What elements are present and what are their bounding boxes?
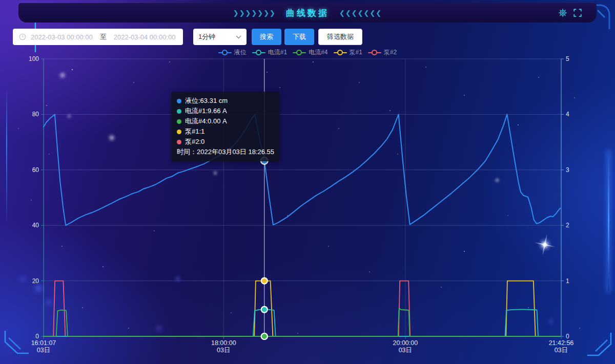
svg-text:2: 2 bbox=[566, 222, 569, 229]
svg-text:3: 3 bbox=[566, 166, 569, 174]
svg-text:20: 20 bbox=[32, 277, 39, 285]
tooltip-row: 泵#2:0 bbox=[177, 137, 274, 147]
legend-marker bbox=[334, 52, 347, 53]
chart-legend: 液位电流#1电流#4泵#1泵#2 bbox=[0, 48, 615, 57]
chart-grid bbox=[44, 59, 561, 336]
tooltip-row: 液位:63.31 cm bbox=[177, 96, 274, 106]
legend-marker-dot bbox=[372, 50, 377, 55]
legend-label: 液位 bbox=[234, 48, 247, 57]
tooltip-row: 电流#4:0.00 A bbox=[177, 116, 274, 126]
svg-text:03日: 03日 bbox=[555, 347, 568, 354]
legend-marker bbox=[252, 52, 265, 53]
tooltip-series-dot bbox=[177, 130, 181, 134]
pointer-dot-泵#1 bbox=[261, 278, 268, 284]
legend-item-pump2[interactable]: 泵#2 bbox=[368, 48, 397, 57]
series-电流#1 bbox=[44, 309, 560, 336]
tooltip-row: 泵#1:1 bbox=[177, 126, 274, 137]
series-泵#1 bbox=[44, 281, 560, 336]
svg-text:03日: 03日 bbox=[399, 347, 412, 354]
legend-item-pump1[interactable]: 泵#1 bbox=[334, 48, 362, 57]
legend-marker-dot bbox=[222, 50, 228, 55]
svg-text:20:00:00: 20:00:00 bbox=[393, 339, 418, 347]
tooltip-series-value: 电流#4:0.00 A bbox=[185, 117, 227, 126]
legend-marker-dot bbox=[256, 50, 261, 55]
tooltip-series-dot bbox=[177, 119, 181, 124]
tooltip-series-dot bbox=[177, 140, 181, 144]
legend-marker bbox=[368, 52, 381, 53]
tooltip-row: 电流#1:9.66 A bbox=[177, 106, 274, 116]
svg-text:16:01:07: 16:01:07 bbox=[31, 339, 56, 347]
legend-item-current1[interactable]: 电流#1 bbox=[252, 48, 287, 57]
legend-marker-dot bbox=[337, 50, 343, 55]
svg-text:03日: 03日 bbox=[37, 347, 50, 354]
legend-item-current4[interactable]: 电流#4 bbox=[293, 48, 327, 57]
svg-text:40: 40 bbox=[32, 222, 39, 229]
pointer-dot-电流#1 bbox=[261, 307, 268, 313]
svg-text:0: 0 bbox=[35, 333, 39, 340]
tooltip-series-dot bbox=[177, 109, 181, 114]
tooltip-time: 时间：2022年03月03日 18:26.55 bbox=[177, 147, 274, 157]
legend-marker bbox=[218, 52, 232, 53]
legend-label: 电流#4 bbox=[309, 48, 327, 57]
tooltip-series-dot bbox=[177, 99, 181, 103]
series-电流#4 bbox=[44, 308, 560, 336]
chart-tooltip: 液位:63.31 cm电流#1:9.66 A电流#4:0.00 A泵#1:1泵#… bbox=[171, 92, 280, 161]
chart-axes: 02040608010001234516:01:0703日18:00:0003日… bbox=[29, 55, 573, 354]
legend-item-level[interactable]: 液位 bbox=[218, 48, 247, 57]
tooltip-series-value: 泵#2:0 bbox=[185, 137, 204, 146]
legend-marker-dot bbox=[296, 50, 302, 55]
series-泵#2 bbox=[44, 281, 560, 336]
tooltip-series-value: 液位:63.31 cm bbox=[185, 96, 228, 105]
svg-text:21:42:56: 21:42:56 bbox=[549, 339, 574, 347]
tooltip-series-value: 泵#1:1 bbox=[185, 127, 204, 136]
tooltip-series-value: 电流#1:9.66 A bbox=[185, 106, 227, 116]
legend-marker bbox=[293, 52, 306, 53]
svg-text:80: 80 bbox=[32, 111, 39, 118]
svg-text:1: 1 bbox=[566, 277, 569, 285]
svg-text:18:00:00: 18:00:00 bbox=[211, 339, 236, 347]
pointer-dot-电流#4 bbox=[261, 333, 268, 339]
legend-label: 泵#2 bbox=[384, 48, 397, 57]
dashboard: ❯❯❯❯❯❯❯ 曲线数据 ❮❮❮❮❮❮❮ bbox=[0, 0, 615, 364]
svg-text:03日: 03日 bbox=[217, 347, 230, 354]
svg-text:0: 0 bbox=[566, 333, 569, 340]
legend-label: 泵#1 bbox=[350, 48, 362, 57]
svg-text:60: 60 bbox=[32, 166, 39, 174]
svg-text:4: 4 bbox=[566, 111, 569, 118]
legend-label: 电流#1 bbox=[268, 48, 287, 57]
